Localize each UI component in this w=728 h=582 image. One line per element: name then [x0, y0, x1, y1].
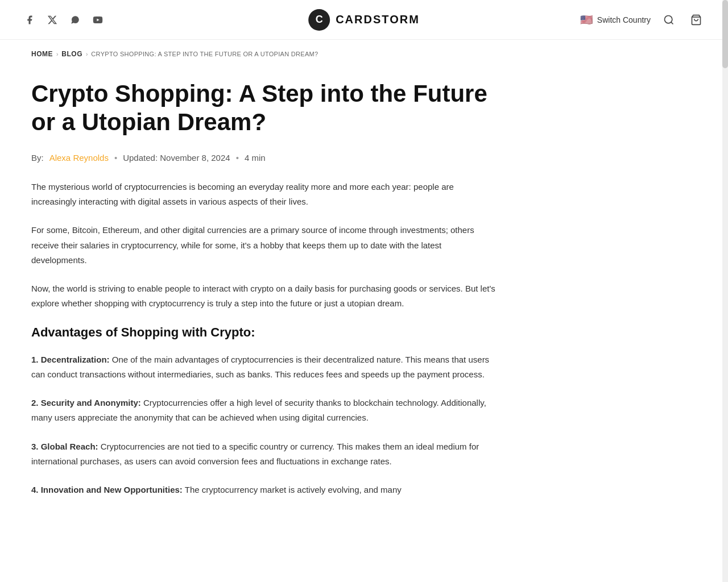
- flag-icon: 🇺🇸: [580, 14, 593, 26]
- breadcrumb-sep-1: ›: [56, 51, 58, 57]
- advantage-3-label: Global Reach:: [41, 442, 98, 451]
- advantage-2-text: 2. Security and Anonymity: Cryptocurrenc…: [31, 396, 498, 426]
- svg-point-1: [665, 15, 672, 23]
- author-name[interactable]: Alexa Reynolds: [49, 153, 109, 163]
- advantage-item-2: 2. Security and Anonymity: Cryptocurrenc…: [31, 396, 498, 426]
- advantage-4-text: 4. Innovation and New Opportunities: The…: [31, 483, 498, 497]
- advantage-3-body: Cryptocurrencies are not tied to a speci…: [31, 442, 479, 466]
- advantage-item-3: 3. Global Reach: Cryptocurrencies are no…: [31, 439, 498, 469]
- site-logo[interactable]: C CARDSTORM: [308, 9, 420, 31]
- youtube-icon[interactable]: [91, 13, 105, 27]
- facebook-icon[interactable]: [23, 13, 36, 27]
- logo-icon: C: [308, 9, 330, 31]
- whatsapp-icon[interactable]: [68, 13, 82, 27]
- breadcrumb-current: CRYPTO SHOPPING: A STEP INTO THE FUTURE …: [91, 51, 318, 57]
- meta-separator-1: •: [114, 153, 117, 163]
- advantage-1-label: Decentralization:: [41, 355, 110, 364]
- switch-country-label: Switch Country: [597, 15, 651, 24]
- advantage-2-number: 2.: [31, 398, 41, 408]
- site-header: C CARDSTORM 🇺🇸 Switch Country: [0, 0, 728, 40]
- read-time: 4 min: [245, 153, 266, 163]
- breadcrumb: HOME › BLOG › CRYPTO SHOPPING: A STEP IN…: [0, 40, 728, 68]
- intro-paragraph-2: For some, Bitcoin, Ethereum, and other d…: [31, 223, 498, 268]
- advantage-3-number: 3.: [31, 442, 41, 451]
- author-prefix: By:: [31, 153, 44, 163]
- advantage-1-text: 1. Decentralization: One of the main adv…: [31, 352, 498, 383]
- advantage-item-1: 1. Decentralization: One of the main adv…: [31, 352, 498, 383]
- breadcrumb-sep-2: ›: [86, 51, 88, 57]
- scrollbar-thumb[interactable]: [722, 0, 728, 68]
- advantage-4-number: 4.: [31, 485, 41, 494]
- search-button[interactable]: [660, 11, 678, 29]
- advantage-1-number: 1.: [31, 355, 41, 364]
- main-content: Crypto Shopping: A Step into the Future …: [0, 68, 603, 545]
- logo-name: CARDSTORM: [336, 13, 420, 26]
- advantage-4-label: Innovation and New Opportunities:: [41, 485, 183, 494]
- article-title: Crypto Shopping: A Step into the Future …: [31, 80, 498, 137]
- svg-line-2: [671, 22, 673, 24]
- advantage-2-label: Security and Anonymity:: [41, 398, 141, 408]
- breadcrumb-home[interactable]: HOME: [31, 50, 53, 58]
- meta-separator-2: •: [236, 153, 239, 163]
- article-body: The mysterious world of cryptocurrencies…: [31, 180, 572, 498]
- advantage-4-body: The cryptocurrency market is actively ev…: [183, 485, 402, 494]
- intro-paragraph-1: The mysterious world of cryptocurrencies…: [31, 180, 498, 210]
- twitter-x-icon[interactable]: [46, 13, 59, 27]
- intro-paragraph-3: Now, the world is striving to enable peo…: [31, 281, 498, 311]
- scrollbar[interactable]: [722, 0, 728, 582]
- breadcrumb-blog[interactable]: BLOG: [61, 50, 82, 58]
- switch-country-button[interactable]: 🇺🇸 Switch Country: [580, 14, 651, 26]
- social-links: [23, 13, 105, 27]
- cart-button[interactable]: [687, 11, 705, 29]
- advantages-heading: Advantages of Shopping with Crypto:: [31, 325, 572, 340]
- updated-date: Updated: November 8, 2024: [123, 153, 230, 163]
- advantage-3-text: 3. Global Reach: Cryptocurrencies are no…: [31, 439, 498, 469]
- article-meta: By: Alexa Reynolds • Updated: November 8…: [31, 153, 572, 163]
- header-actions: 🇺🇸 Switch Country: [580, 11, 705, 29]
- advantage-item-4: 4. Innovation and New Opportunities: The…: [31, 483, 498, 497]
